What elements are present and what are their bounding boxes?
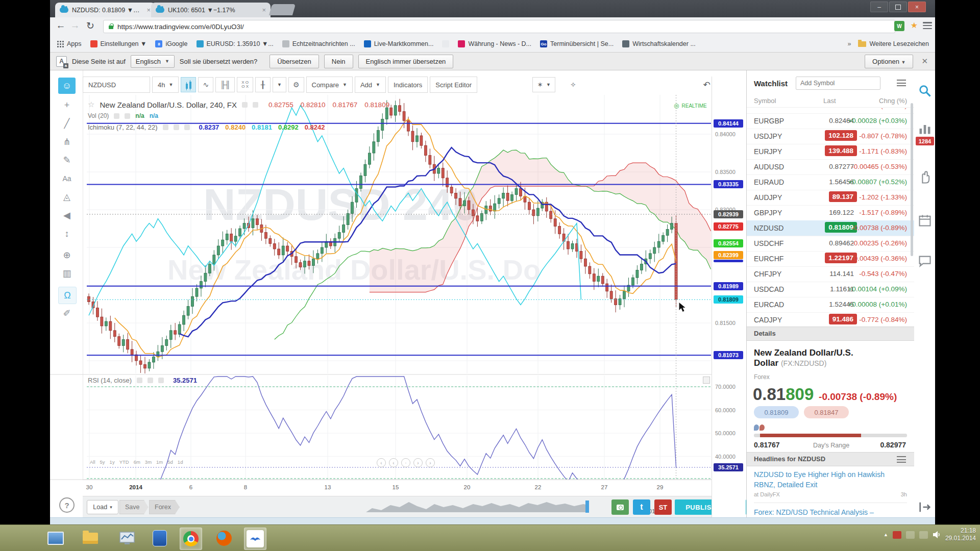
bookmark-favicon: Go [540, 40, 547, 47]
range-button[interactable]: All [90, 459, 95, 465]
price-chip: 0.82399 [714, 251, 743, 259]
tray-icon-1[interactable] [906, 531, 915, 539]
minimize-button[interactable]: – [870, 2, 888, 12]
legend-mini-button[interactable] [242, 102, 248, 108]
other-bookmarks-label: Weitere Lesezeichen [869, 40, 929, 47]
bookmark-label: Wirtschaftskalender ... [632, 40, 696, 47]
chevron-down-icon: ▼ [901, 60, 906, 65]
chart-nav-button[interactable]: · [401, 458, 410, 467]
range-button[interactable]: 6m [134, 459, 140, 465]
bookmark-item[interactable]: Währung - News - D... [458, 40, 531, 47]
level-chip-sliver [714, 260, 743, 262]
price-chip: 0.82775 [714, 222, 743, 231]
chart-nav-button[interactable]: › [426, 458, 435, 467]
ichimoku-legend: Ichimoku (7, 22, 44, 22) 0.82370.82400.8… [88, 123, 325, 131]
favorite-icon[interactable]: ☆ [88, 100, 94, 109]
bookmark-item[interactable]: Einstellungen ▼ [90, 40, 147, 47]
legend-mini-button[interactable] [253, 102, 258, 108]
taskbar-firefox[interactable] [213, 528, 235, 549]
realtime-icon: ◎ [674, 102, 679, 109]
bookmark-favicon [458, 40, 465, 47]
legend-mini-button[interactable] [158, 378, 164, 383]
ichimoku-value: 0.8242 [305, 123, 325, 131]
legend-mini-button[interactable] [174, 124, 179, 130]
translate-icon: A [56, 56, 67, 67]
tray-expand-icon[interactable]: ▲ [884, 532, 888, 537]
bookmark-star-icon[interactable]: ★ [911, 20, 918, 30]
translate-close-icon[interactable]: ✕ [921, 57, 928, 66]
other-bookmarks-folder[interactable]: Weitere Lesezeichen [858, 40, 929, 47]
translate-bar: A Diese Seite ist auf Englisch ▼ Soll si… [50, 53, 935, 70]
realtime-badge: ◎ REALTIME [674, 102, 707, 109]
chrome-menu-icon[interactable] [923, 22, 932, 29]
bookmark-item[interactable]: 8iGoogle [155, 40, 187, 47]
ohlc-value: 0.81809 [364, 101, 389, 109]
clock[interactable]: 21:18 29.01.2014 [945, 527, 976, 542]
tradingview-logo-icon [156, 7, 164, 13]
range-button[interactable]: 5y [100, 459, 105, 465]
volume-legend: Vol (20) n/a n/a [88, 112, 158, 119]
taskbar-monitor-app[interactable] [116, 528, 138, 549]
chart-nav-button[interactable]: › [413, 458, 423, 467]
volume-icon[interactable] [933, 531, 941, 539]
volume-value-2: n/a [150, 112, 158, 119]
legend-mini-button[interactable] [163, 124, 168, 130]
rsi-tick-label: 70.0000 [715, 384, 736, 390]
rsi-tick-label: 40.0000 [715, 454, 736, 460]
range-button[interactable]: 1d [178, 459, 183, 465]
bookmark-item[interactable]: Echtzeitnachrichten ... [282, 40, 355, 47]
tab-nzdusd[interactable]: NZDUSD: 0.81809 ▼−0.89% × [55, 3, 155, 17]
forward-button[interactable]: → [68, 20, 82, 31]
price-chip: 0.84144 [714, 119, 743, 128]
browser-window: NZDUSD: 0.81809 ▼−0.89% × UK100: 6501 ▼−… [50, 0, 935, 524]
back-button[interactable]: ← [54, 20, 67, 31]
options-button[interactable]: Optionen ▼ [865, 55, 913, 68]
restore-button[interactable] [889, 2, 907, 12]
language-select[interactable]: Englisch ▼ [131, 55, 175, 68]
range-button[interactable]: 1m [156, 459, 163, 465]
price-scale[interactable]: 0.840000.835000.830000.815000.841440.833… [712, 77, 746, 517]
bookmark-item[interactable]: Wirtschaftskalender ... [622, 40, 696, 47]
chart-nav-button[interactable]: ‹ [389, 458, 398, 467]
tab-close-icon[interactable]: × [262, 6, 266, 14]
tray-recorder-icon[interactable] [893, 531, 901, 539]
extension-icon[interactable]: W [894, 21, 904, 31]
legend-mini-button[interactable] [125, 113, 130, 119]
range-button[interactable]: 5d [167, 459, 173, 465]
taskbar-chrome[interactable] [180, 528, 202, 550]
new-tab-button[interactable] [269, 4, 296, 15]
taskbar-settings-app[interactable] [149, 528, 170, 549]
bookmark-item[interactable]: Live-Marktkommen... [364, 40, 434, 47]
taskbar-openoffice[interactable] [244, 528, 266, 550]
range-button[interactable]: 3m [145, 459, 152, 465]
url-text: https://www.tradingview.com/e/0DLyuO3l/ [117, 23, 244, 31]
address-bar[interactable]: https://www.tradingview.com/e/0DLyuO3l/ [103, 20, 895, 33]
tab-uk100[interactable]: UK100: 6501 ▼−1.17% × [151, 3, 271, 17]
apps-shortcut[interactable]: Apps [57, 40, 82, 47]
close-button[interactable]: × [908, 2, 926, 12]
bookmarks-overflow-chevron[interactable]: » [848, 40, 851, 47]
volume-label: Vol (20) [88, 112, 109, 119]
bookmark-item[interactable]: EURUSD: 1.35910 ▼... [197, 40, 274, 47]
tab-close-icon[interactable]: × [146, 6, 151, 14]
price-chart[interactable] [50, 70, 935, 524]
reload-button[interactable]: ↻ [84, 20, 97, 32]
bookmark-item[interactable]: GoTerminübersicht | Se... [540, 40, 614, 47]
range-button[interactable]: YTD [119, 459, 129, 465]
apps-grid-icon [57, 41, 64, 47]
bookmark-item[interactable] [442, 40, 449, 47]
legend-mini-button[interactable] [114, 113, 119, 119]
always-translate-button[interactable]: Englisch immer übersetzen [358, 55, 454, 68]
taskbar-explorer[interactable] [80, 528, 101, 549]
tray-icon-2[interactable] [919, 531, 928, 539]
taskbar-app-window[interactable] [45, 528, 66, 549]
legend-mini-button[interactable] [137, 378, 142, 383]
legend-mini-button[interactable] [184, 124, 190, 130]
legend-mini-button[interactable] [148, 378, 153, 383]
range-button[interactable]: 1y [110, 459, 115, 465]
no-button[interactable]: Nein [324, 55, 353, 68]
translate-button[interactable]: Übersetzen [270, 55, 318, 68]
chart-nav-button[interactable]: ‹ [377, 458, 386, 467]
bookmark-label: iGoogle [165, 40, 187, 47]
rsi-maximize-button[interactable] [703, 377, 710, 384]
